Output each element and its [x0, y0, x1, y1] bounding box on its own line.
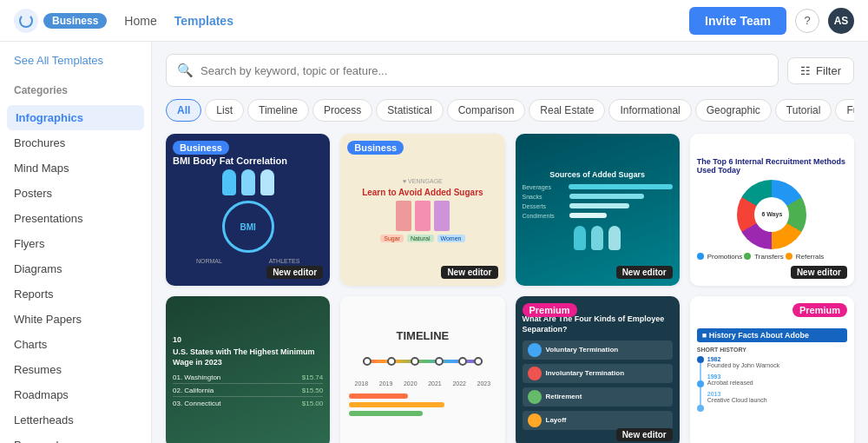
card-badge-premium-8: Premium	[792, 303, 847, 317]
he-year-3: 2013	[707, 391, 779, 397]
sidebar-item-charts[interactable]: Charts	[0, 332, 151, 357]
sidebar-item-flyers[interactable]: Flyers	[0, 231, 151, 256]
rec-text-3: Referrals	[796, 253, 824, 261]
rec-dot-3	[786, 253, 792, 260]
rec-item-2: Transfers	[744, 253, 784, 261]
wage-amount-3: $15.00	[302, 400, 323, 407]
wage-item-2: 02. California $15.50	[173, 387, 323, 397]
template-card-wage[interactable]: 10 U.S. States with The Highest Minimum …	[166, 296, 330, 443]
categories-title: Categories	[0, 79, 151, 102]
filter-button[interactable]: ☷ Filter	[787, 57, 854, 84]
sidebar-item-presentations[interactable]: Presentations	[0, 206, 151, 231]
sep-item-2: Involuntary Termination	[523, 364, 673, 383]
sep-item-3: Retirement	[523, 387, 673, 407]
tab-fun-data[interactable]: Fun Data	[835, 99, 854, 122]
see-all-templates[interactable]: See All Templates	[0, 54, 151, 79]
tab-timeline[interactable]: Timeline	[247, 99, 309, 122]
card-image-sugars: ♥ VENNGAGE Learn to Avoid Added Sugars S…	[340, 134, 504, 286]
teal-fig-3	[608, 226, 621, 250]
he-text-1: Founded by John Warnock	[707, 362, 779, 368]
tab-informational[interactable]: Informational	[608, 99, 691, 122]
sidebar-item-posters[interactable]: Posters	[0, 181, 151, 206]
card-image-recruitment: The Top 6 Internal Recruitment Methods U…	[690, 134, 854, 286]
filter-icon: ☷	[800, 64, 811, 77]
tab-all[interactable]: All	[166, 99, 201, 122]
help-button[interactable]: ?	[795, 9, 819, 33]
sidebar: See All Templates Categories Infographic…	[0, 42, 152, 443]
sidebar-item-proposals[interactable]: Proposals	[0, 433, 151, 443]
teal-bar-label-1: Beverages	[523, 184, 565, 190]
sidebar-item-roadmaps[interactable]: Roadmaps	[0, 382, 151, 407]
sugars-brand: ♥ VENNGAGE	[403, 178, 443, 184]
sep-icon-2	[528, 367, 542, 380]
tab-list[interactable]: List	[205, 99, 244, 122]
teal-title: Sources of Added Sugars	[523, 170, 673, 179]
card-image-teal: Sources of Added Sugars Beverages Snacks	[516, 134, 680, 286]
template-card-timeline[interactable]: TIMELINE 2018	[340, 296, 504, 443]
teal-fig-2	[591, 226, 603, 250]
sep-icon-1	[528, 343, 542, 357]
filter-label: Filter	[816, 64, 841, 77]
sep-item-1: Voluntary Termination	[523, 341, 673, 360]
timeline-content: TIMELINE 2018	[340, 321, 504, 425]
sep-icon-3	[528, 390, 542, 404]
rec-text-2: Transfers	[754, 253, 784, 261]
sidebar-item-resumes[interactable]: Resumes	[0, 357, 151, 382]
timeline-title: TIMELINE	[349, 329, 496, 342]
tab-comparison[interactable]: Comparison	[447, 99, 526, 122]
tl-year-3: 2020	[404, 380, 418, 387]
sidebar-item-white-papers[interactable]: White Papers	[0, 307, 151, 332]
new-editor-tag-7: New editor	[616, 428, 673, 441]
card-image-bmi: BMI Body Fat Correlation BMI NORMAL ATHL…	[166, 134, 330, 286]
sidebar-item-brochures[interactable]: Brochures	[0, 130, 151, 155]
history-timeline-line	[697, 356, 704, 412]
card-badge-business-2: Business	[347, 141, 404, 155]
tab-geographic[interactable]: Geographic	[695, 99, 772, 122]
tag-sugar: Sugar	[380, 235, 404, 242]
new-editor-tag-4: New editor	[791, 266, 847, 279]
card-image-history: ■ History Facts About Adobe SHORT HISTOR…	[690, 296, 854, 443]
tl-year-2: 2019	[379, 380, 393, 387]
tl-dot-5	[458, 357, 467, 366]
avatar[interactable]: AS	[828, 8, 854, 34]
bmi-title: BMI Body Fat Correlation	[173, 155, 323, 166]
new-editor-tag-1: New editor	[266, 266, 323, 279]
sidebar-item-reports[interactable]: Reports	[0, 281, 151, 307]
rec-item-1: Promotions	[697, 253, 742, 261]
rec-labels: Promotions Transfers Referrals	[697, 253, 847, 263]
template-card-history[interactable]: ■ History Facts About Adobe SHORT HISTOR…	[690, 296, 854, 443]
sugars-figures	[347, 201, 497, 231]
teal-bar-2: Snacks	[523, 194, 673, 200]
sidebar-item-letterheads[interactable]: Letterheads	[0, 407, 151, 433]
tab-tutorial[interactable]: Tutorial	[775, 99, 832, 122]
sugars-logo: ♥ VENNGAGE	[347, 177, 497, 185]
template-card-teal[interactable]: Sources of Added Sugars Beverages Snacks	[516, 134, 680, 286]
sidebar-item-diagrams[interactable]: Diagrams	[0, 256, 151, 281]
invite-team-button[interactable]: Invite Team	[689, 7, 786, 35]
tab-statistical[interactable]: Statistical	[376, 99, 443, 122]
separation-list: Voluntary Termination Involuntary Termin…	[523, 341, 673, 430]
ht-dot-1	[697, 356, 704, 363]
timeline-line	[363, 360, 482, 363]
template-card-sugars[interactable]: ♥ VENNGAGE Learn to Avoid Added Sugars S…	[340, 134, 504, 286]
tag-natural: Natural	[407, 235, 434, 242]
sidebar-item-mind-maps[interactable]: Mind Maps	[0, 155, 151, 181]
template-card-recruitment[interactable]: The Top 6 Internal Recruitment Methods U…	[690, 134, 854, 286]
template-card-bmi[interactable]: BMI Body Fat Correlation BMI NORMAL ATHL…	[166, 134, 330, 286]
teal-bar-fill-1	[569, 184, 673, 189]
rec-dot-1	[697, 253, 704, 260]
rec-dot-2	[744, 253, 751, 260]
header: Business Home Templates Invite Team ? AS	[0, 0, 868, 42]
teal-fig-1	[574, 226, 586, 250]
search-input[interactable]	[201, 64, 767, 77]
sidebar-item-infographics[interactable]: Infographics	[7, 105, 144, 130]
bmi-label-1: NORMAL	[196, 258, 222, 264]
template-card-separation[interactable]: What Are The Four Kinds of Employee Sepa…	[516, 296, 680, 443]
tab-process[interactable]: Process	[312, 99, 372, 122]
nav-home[interactable]: Home	[124, 14, 156, 28]
tab-real-estate[interactable]: Real Estate	[529, 99, 605, 122]
nav-templates[interactable]: Templates	[174, 14, 233, 28]
tl-year-5: 2022	[452, 380, 466, 387]
history-subtitle: SHORT HISTORY	[697, 347, 847, 353]
tl-item-3	[349, 411, 423, 416]
